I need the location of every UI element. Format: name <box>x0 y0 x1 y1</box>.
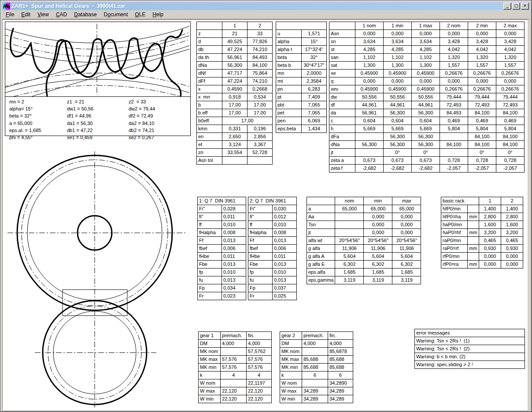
table-cell: g alfa E <box>307 261 335 269</box>
table-cell: fu <box>198 276 222 284</box>
table-cell: 47,224 <box>222 77 248 85</box>
table-cell: 5,604 <box>392 253 421 261</box>
title-bar[interactable]: ZAR1+ Spur and Helical Gears - 3990t41.z… <box>2 2 530 10</box>
table-cell: -2,057 <box>440 165 468 173</box>
table-cell: 2,650 <box>222 133 248 141</box>
table-cell: jt <box>329 149 355 157</box>
table-cell: 84,100 <box>496 133 525 141</box>
table-cell: rfP0=ra <box>441 261 468 269</box>
table-cell: 0,604 <box>355 117 384 125</box>
table-cell: 50,556 <box>384 93 412 101</box>
table-cell: da <box>329 109 355 117</box>
table-row: fi"0,012 <box>248 213 297 221</box>
table-cell: 6 <box>328 372 353 379</box>
maximize-button[interactable]: □ <box>512 3 520 10</box>
table-row: b eff17,0017,00 <box>197 109 273 117</box>
table-cell: rfP0/mn <box>441 253 468 261</box>
table-cell: 0,469 <box>440 117 468 125</box>
table-cell: jt <box>307 229 335 237</box>
app-icon[interactable] <box>3 3 10 10</box>
table-cell: Aa <box>307 213 335 221</box>
table-row: haP0=hfmm3,2003,200 <box>441 229 523 237</box>
table-cell: fin. <box>247 332 272 340</box>
table-cell: 1,557 <box>468 62 496 70</box>
table-cell: 0,000 <box>364 213 392 221</box>
table-cell: zn <box>197 149 222 157</box>
table-cell: 0,469 <box>496 117 525 125</box>
table-cell <box>307 197 335 205</box>
close-button[interactable]: ✕ <box>521 3 529 10</box>
menu-item-cad[interactable]: CAD <box>52 11 70 18</box>
table-cell: 11,906 <box>364 245 392 253</box>
table-row: fbef0,006 <box>248 245 297 253</box>
table-row: Fi"0,028 <box>198 205 246 213</box>
table-cell: eps.gamma <box>307 276 335 284</box>
table-cell: 0,028 <box>222 205 246 213</box>
table-cell <box>440 133 468 141</box>
table-cell: Fi" <box>198 205 222 213</box>
geometry-table: u1,571alpha15°alpha t17°32'4"beta32°beta… <box>276 22 327 133</box>
table-cell: da th <box>197 54 222 62</box>
table-cell: 1,557 <box>496 62 525 70</box>
table-row: dFa56,30056,30084,10084,100 <box>329 133 525 141</box>
table-cell: df <box>329 101 355 109</box>
table-cell: basic rack <box>441 197 479 205</box>
table-cell <box>222 157 248 165</box>
table-cell: 56,300 <box>384 133 412 141</box>
table-cell: zeta a <box>329 157 355 165</box>
table-cell: mm <box>468 245 479 253</box>
error-messages-box: error messagesWarning: Tsn < 2Rs ! (1)Wa… <box>414 329 525 369</box>
table-cell: 2,3584 <box>302 77 327 85</box>
menu-item-database[interactable]: Database <box>70 11 100 18</box>
fit-table: nomminmaxa65,00065,00065,000Aa0,0000,000… <box>307 197 421 284</box>
table-cell: 2 <box>501 197 523 205</box>
table-cell: 6 <box>302 372 328 379</box>
menu-item-document[interactable]: Document <box>100 11 132 18</box>
table-row: h5,6695,6695,6695,8045,8045,804 <box>329 125 525 133</box>
table-row: alfa wt20°54'56"20°54'56"20°54'56" <box>307 237 421 245</box>
measurement-table-gear1: gear 1premach.fin.DM4,0004,000MK nom57,5… <box>198 331 272 403</box>
table-cell: 20°54'56" <box>335 237 364 245</box>
table-row: Aa0,0000,000 <box>307 213 421 221</box>
table-cell <box>329 22 355 30</box>
table-cell: 5,669 <box>355 125 384 133</box>
table-cell: 1,300 <box>355 62 384 70</box>
table-cell: premach. <box>221 332 247 340</box>
table-cell: 75,864 <box>248 70 273 77</box>
menu-item-view[interactable]: View <box>34 11 52 18</box>
table-cell: MK max <box>280 356 302 364</box>
table-row: ff0,010 <box>248 221 297 229</box>
table-cell: 0,604 <box>412 117 440 125</box>
table-cell: raP0/mn <box>441 237 468 245</box>
table-cell: 17,00 <box>248 109 273 117</box>
table-cell: nom <box>335 197 364 205</box>
table-cell: 0,006 <box>273 245 297 253</box>
table-cell: 1,300 <box>412 62 440 70</box>
table-cell: 0,465 <box>479 237 501 245</box>
table-cell: 85,688 <box>328 364 353 372</box>
menu-item-ole[interactable]: OLE <box>131 11 149 18</box>
table-cell: 1,300 <box>384 62 412 70</box>
minimize-button[interactable]: _ <box>503 3 511 10</box>
table-cell: 0,728 <box>496 157 525 165</box>
menu-item-edit[interactable]: Edit <box>18 11 34 18</box>
table-cell: 4 <box>221 372 247 379</box>
table-row: rfP0=ramm0,0000,000 <box>441 261 523 269</box>
table-cell: 65,000 <box>335 205 364 213</box>
table-cell: 0,534 <box>248 93 273 101</box>
table-cell: 1,600 <box>479 221 501 229</box>
table-cell: df1 = 44,96 <box>66 112 128 119</box>
table-cell: 0,45900 <box>412 85 440 93</box>
table-cell: 0,673 <box>384 157 412 165</box>
table-row: b0eff.17,00 <box>197 117 273 125</box>
table-cell: 0,008 <box>222 229 246 237</box>
table-row: W nom34,2890 <box>280 379 353 387</box>
table-cell: -2,682 <box>355 165 384 173</box>
table-cell: 4,042 <box>496 46 525 54</box>
table-cell: 1,320 <box>496 54 525 62</box>
menu-item-help[interactable]: Help <box>149 11 167 18</box>
table-cell: 2: Q 7 DIN 3961 <box>248 197 297 205</box>
table-cell: 20°54'56" <box>364 237 392 245</box>
table-cell: 1,557 <box>440 62 468 70</box>
menu-item-file[interactable]: File <box>2 11 18 18</box>
